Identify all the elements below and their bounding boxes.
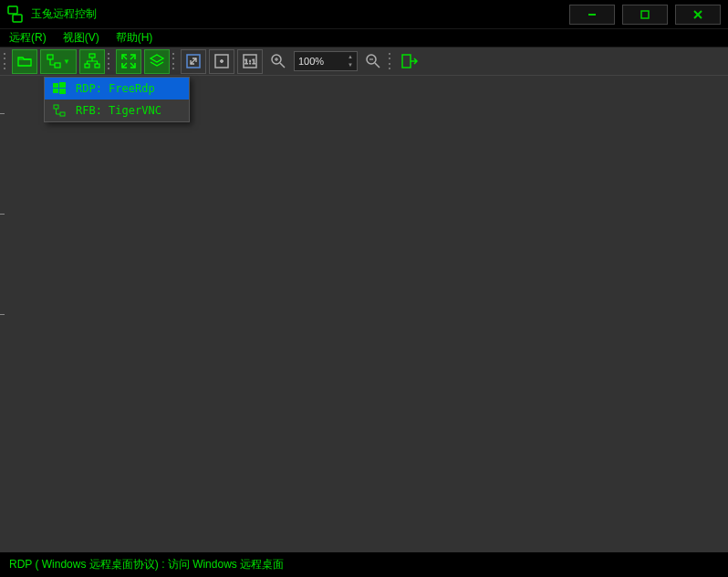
svg-rect-26 (53, 89, 58, 93)
dropdown-item-rdp-label: RDP: FreeRdp (76, 82, 155, 95)
app-logo-icon (5, 5, 26, 25)
svg-rect-1 (13, 15, 22, 22)
app-title: 玉兔远程控制 (31, 6, 97, 22)
layers-button[interactable] (144, 49, 170, 74)
svg-rect-9 (85, 64, 89, 68)
titlebar: 玉兔远程控制 (0, 0, 728, 29)
svg-line-21 (375, 63, 380, 68)
one-to-one-button[interactable]: 1:1 (237, 49, 263, 74)
zoom-in-button[interactable] (265, 49, 291, 74)
actual-size-button[interactable] (209, 49, 234, 74)
dropdown-item-rfb-label: RFB: TigerVNC (76, 104, 161, 117)
svg-rect-8 (89, 54, 95, 58)
open-folder-button[interactable] (12, 49, 37, 74)
fullscreen-button[interactable] (116, 49, 141, 74)
status-text: RDP ( Windows 远程桌面协议) : 访问 Windows 远程桌面 (9, 557, 284, 572)
zoom-up-icon[interactable]: ▲ (346, 53, 355, 61)
toolbar-grip-2 (108, 51, 111, 71)
svg-rect-6 (47, 55, 53, 59)
svg-rect-23 (402, 55, 411, 68)
statusbar: RDP ( Windows 远程桌面协议) : 访问 Windows 远程桌面 (0, 551, 728, 577)
zoom-spinner[interactable]: ▲ ▼ (346, 53, 355, 69)
svg-point-13 (221, 60, 224, 63)
maximize-button[interactable] (622, 5, 668, 25)
zoom-down-icon[interactable]: ▼ (346, 61, 355, 69)
connection-type-dropdown: RDP: FreeRdp RFB: TigerVNC (44, 77, 190, 122)
main-viewport (0, 76, 728, 551)
zoom-level-input[interactable]: 100% ▲ ▼ (294, 51, 358, 71)
chevron-down-icon: ▼ (63, 58, 70, 66)
toolbar-grip-4 (389, 51, 392, 71)
svg-rect-25 (59, 82, 66, 88)
dropdown-item-rfb[interactable]: RFB: TigerVNC (45, 100, 189, 121)
menubar: 远程(R) 视图(V) 帮助(H) (0, 29, 728, 47)
svg-line-17 (280, 63, 285, 68)
window-controls (569, 5, 728, 25)
svg-rect-0 (8, 6, 17, 14)
exit-button[interactable] (397, 49, 422, 74)
menu-view[interactable]: 视图(V) (63, 30, 99, 46)
svg-rect-3 (641, 11, 649, 18)
minimize-button[interactable] (569, 5, 615, 25)
svg-rect-29 (60, 112, 65, 116)
toolbar-grip (4, 51, 7, 71)
svg-text:1:1: 1:1 (244, 58, 256, 66)
menu-help[interactable]: 帮助(H) (116, 30, 153, 46)
new-connection-dropdown[interactable]: ▼ (40, 49, 77, 74)
toolbar: ▼ (0, 47, 728, 76)
menu-remote[interactable]: 远程(R) (9, 30, 47, 46)
toolbar-grip-3 (172, 51, 176, 71)
connection-tree-button[interactable] (79, 49, 105, 74)
windows-icon (52, 81, 67, 96)
dropdown-item-rdp[interactable]: RDP: FreeRdp (45, 78, 189, 100)
vnc-icon (52, 103, 67, 118)
svg-rect-10 (95, 64, 99, 68)
svg-rect-24 (53, 83, 58, 88)
zoom-out-button[interactable] (360, 49, 386, 74)
scale-fit-button[interactable] (181, 49, 206, 74)
svg-rect-7 (55, 63, 60, 68)
svg-rect-28 (54, 105, 58, 109)
close-button[interactable] (675, 5, 721, 25)
svg-rect-27 (59, 89, 66, 94)
zoom-value: 100% (298, 56, 324, 67)
